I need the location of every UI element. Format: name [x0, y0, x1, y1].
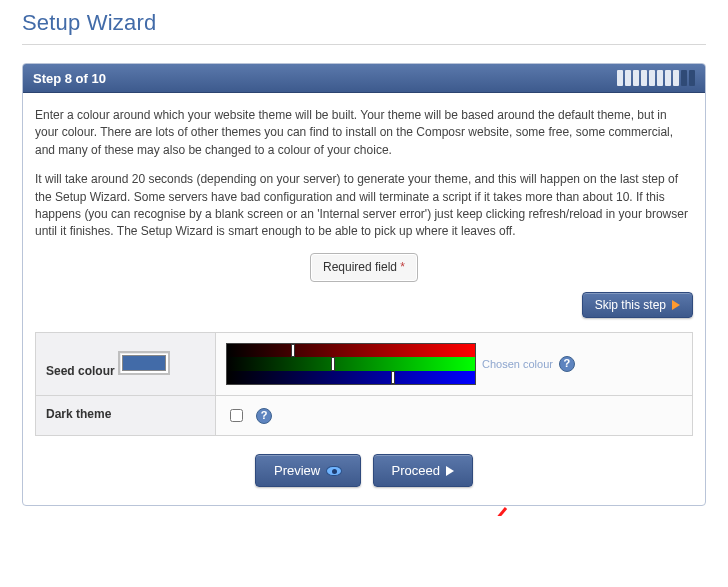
step-tick	[673, 70, 679, 86]
step-label: Step 8 of 10	[33, 71, 106, 86]
help-icon[interactable]: ?	[256, 408, 272, 424]
red-handle[interactable]	[291, 344, 295, 357]
step-tick	[681, 70, 687, 86]
seed-colour-label: Seed colour	[46, 364, 115, 378]
preview-button[interactable]: Preview	[255, 454, 361, 487]
step-tick	[641, 70, 647, 86]
chosen-colour-label: Chosen colour	[482, 358, 553, 371]
step-tick	[657, 70, 663, 86]
blue-handle[interactable]	[391, 371, 395, 384]
panel-header: Step 8 of 10	[23, 64, 705, 93]
blue-band[interactable]	[227, 371, 475, 384]
row-seed-colour: Seed colour Chosen colour	[36, 333, 693, 396]
green-handle[interactable]	[331, 357, 335, 370]
step-tick	[633, 70, 639, 86]
step-indicator	[617, 70, 695, 86]
arrow-right-icon	[446, 466, 454, 476]
proceed-label: Proceed	[392, 463, 440, 478]
preview-label: Preview	[274, 463, 320, 478]
required-field-badge: Required field *	[310, 253, 418, 282]
dark-theme-label: Dark theme	[46, 407, 111, 421]
step-tick	[665, 70, 671, 86]
seed-colour-swatch-frame[interactable]	[118, 351, 170, 375]
step-tick	[617, 70, 623, 86]
eye-icon	[326, 466, 342, 476]
step-tick	[689, 70, 695, 86]
dark-theme-checkbox[interactable]	[230, 409, 243, 422]
header-rule	[22, 44, 706, 45]
seed-colour-cell: Seed colour	[36, 333, 216, 396]
intro-paragraph-1: Enter a colour around which your website…	[35, 107, 693, 159]
intro-paragraph-2: It will take around 20 seconds (dependin…	[35, 171, 693, 241]
proceed-button[interactable]: Proceed	[373, 454, 473, 487]
wizard-panel: Step 8 of 10 Enter a colour around which…	[22, 63, 706, 506]
help-icon[interactable]: ?	[559, 356, 575, 372]
settings-table: Seed colour Chosen colour	[35, 332, 693, 436]
step-tick	[625, 70, 631, 86]
panel-body: Enter a colour around which your website…	[23, 93, 705, 505]
red-band[interactable]	[227, 344, 475, 357]
step-tick	[649, 70, 655, 86]
skip-step-button[interactable]: Skip this step	[582, 292, 693, 318]
svg-line-0	[476, 508, 506, 516]
rgb-picker[interactable]	[226, 343, 476, 385]
seed-colour-swatch	[122, 355, 166, 371]
arrow-right-icon	[672, 300, 680, 310]
green-band[interactable]	[227, 357, 475, 370]
skip-step-label: Skip this step	[595, 298, 666, 312]
page-title: Setup Wizard	[22, 10, 706, 36]
row-dark-theme: Dark theme ?	[36, 396, 693, 436]
